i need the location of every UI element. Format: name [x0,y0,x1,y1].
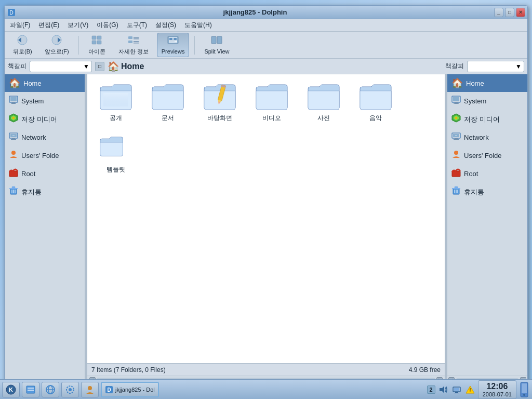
icons-view-icon [91,35,103,47]
icons-view-button[interactable]: 아이콘 [84,33,110,58]
svg-rect-50 [455,102,458,103]
sidebar-item-network[interactable]: Network [5,128,85,147]
close-button[interactable]: ✕ [516,8,525,17]
sidebar-item-root[interactable]: Root [5,165,85,183]
svg-rect-51 [454,103,459,104]
volume-icon[interactable] [437,384,449,395]
svg-rect-61 [452,171,460,177]
right-sidebar-item-trash[interactable]: 휴지통 [447,183,527,201]
sidebar-item-storage[interactable]: 저장 미디어 [5,110,85,128]
svg-rect-37 [9,171,18,177]
menu-file[interactable]: 파일(F) [7,20,33,31]
sidebar-item-system[interactable]: System [5,92,85,110]
svg-rect-89 [522,383,527,393]
network-icon [9,131,18,143]
right-sidebar-item-network[interactable]: Network [447,128,527,147]
main-window: D jkjjang825 - Dolphin _ □ ✕ 파일(F) 편집(E)… [4,5,528,384]
menu-tools[interactable]: 도구(T) [124,20,150,31]
taskbar-files-button[interactable] [22,382,39,397]
svg-rect-85 [454,393,459,393]
sidebar-item-users-folder[interactable]: Users' Folde [5,147,85,165]
left-bookmarks-dropdown[interactable]: ▼ [30,61,92,72]
back-icon [16,35,29,47]
sidebar-item-trash[interactable]: 휴지통 [5,183,85,201]
svg-rect-20 [169,41,177,41]
right-bookmarks-label: 책갈피 [445,62,464,71]
svg-rect-40 [12,187,15,188]
back-button[interactable]: 뒤로(B) [9,33,36,58]
svg-rect-13 [128,41,132,43]
current-path: Home [121,62,144,71]
right-sidebar-item-storage[interactable]: 저장 미디어 [447,110,527,128]
right-system-icon [451,95,461,107]
svg-text:!: ! [469,388,471,393]
file-label-documents: 문서 [162,114,174,123]
details-view-button[interactable]: 자세한 정보 [114,33,153,58]
svg-rect-22 [211,36,216,44]
taskbar-people-button[interactable] [81,382,99,397]
titlebar: D jkjjang825 - Dolphin _ □ ✕ [5,6,527,19]
folder-icon-desktop [203,83,236,112]
right-storage-icon [451,113,461,125]
split-view-label: Split View [204,48,229,55]
file-item-music[interactable]: 음악 [352,79,399,126]
svg-rect-10 [128,36,132,39]
running-app-label: jkjjang825 - Dol [115,387,155,393]
previews-icon [167,35,179,47]
file-item-templates[interactable]: 템플릿 [92,131,139,177]
storage-tray-icon[interactable] [518,380,530,400]
menu-edit[interactable]: 편집(E) [35,20,62,31]
forward-button[interactable]: 앞으로(F) [41,33,73,58]
status-items: 7 Items (7 Folders, 0 Files) [91,366,166,374]
file-label-video: 비디오 [262,114,281,123]
folder-icon-music [359,83,392,112]
file-item-documents[interactable]: 문서 [144,79,191,126]
system-tray: 2 ! 12:0 [427,380,530,400]
system-clock[interactable]: 12:06 2008-07-01 [478,380,516,399]
taskbar: K D jkjjang825 - [0,379,532,399]
window-controls: _ □ ✕ [494,8,525,17]
sidebar-trash-label: 휴지통 [21,188,42,197]
system-icon [9,95,18,107]
svg-rect-57 [455,138,458,139]
split-view-button[interactable]: Split View [200,33,233,57]
minimize-button[interactable]: _ [494,8,503,17]
update-icon[interactable]: ! [464,384,476,395]
file-item-public[interactable]: 공개 [92,79,139,126]
running-app-dolphin[interactable]: D jkjjang825 - Dol [101,382,159,397]
taskbar-browser-button[interactable] [42,382,59,397]
right-sidebar-item-root[interactable]: Root [447,165,527,183]
addressbar: 책갈피 ▼ □ 🏠 Home 책갈피 ▼ [5,59,527,74]
right-sidebar-network-label: Network [464,134,489,141]
previews-button[interactable]: Previews [157,33,190,57]
menu-settings[interactable]: 설정(S) [152,20,179,31]
menu-go[interactable]: 이동(G) [94,20,121,31]
right-sidebar-item-home[interactable]: 🏠 Home [447,74,527,92]
split-view-icon [210,35,223,47]
sidebar-item-home[interactable]: 🏠 Home [5,74,85,92]
forward-label: 앞으로(F) [45,48,69,56]
home-address-icon: 🏠 [108,61,119,72]
file-label-templates: 템플릿 [107,165,125,174]
menu-view[interactable]: 보기(V) [64,20,91,31]
network-tray-icon[interactable] [451,384,462,395]
menu-help[interactable]: 도움말(H) [181,20,215,31]
kde-start-button[interactable]: K [2,382,20,397]
taskbar-settings-button[interactable] [61,382,79,397]
right-trash-icon [451,186,461,198]
file-item-desktop[interactable]: 바탕화면 [196,79,243,126]
right-bookmarks-dropdown[interactable]: ▼ [467,61,524,72]
maximize-button[interactable]: □ [505,8,514,17]
svg-text:D: D [107,387,111,393]
right-sidebar-item-users-folder[interactable]: Users' Folde [447,147,527,165]
svg-rect-19 [174,38,177,40]
right-sidebar-root-label: Root [464,170,478,178]
toggle-button[interactable]: □ [95,62,104,71]
virtual-desktop-indicator[interactable]: 2 [427,385,435,394]
file-item-photos[interactable]: 사진 [300,79,347,126]
svg-rect-49 [453,97,459,101]
right-sidebar-storage-label: 저장 미디어 [464,115,500,124]
right-sidebar-item-system[interactable]: System [447,92,527,110]
file-item-video[interactable]: 비디오 [248,79,295,126]
trash-icon [9,186,18,198]
